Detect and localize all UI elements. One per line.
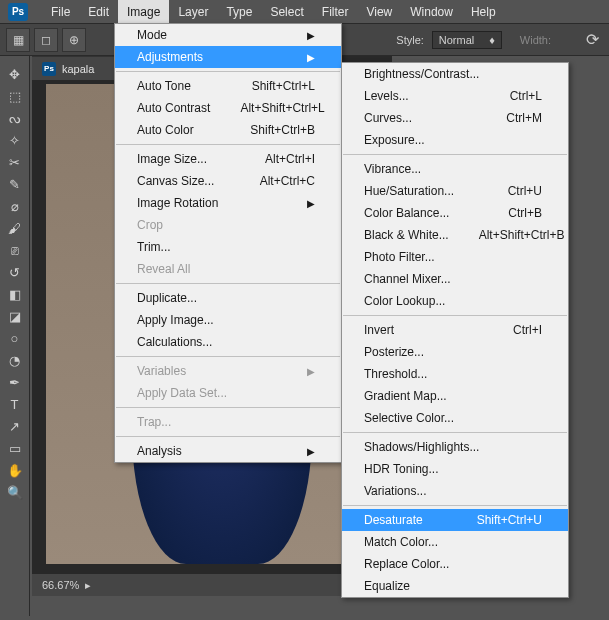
menu-item-shortcut: Alt+Shift+Ctrl+B [479,228,565,242]
adjustments-menu-color-balance[interactable]: Color Balance...Ctrl+B [342,202,568,224]
style-dropdown[interactable]: Normal ♦ [432,31,502,49]
file-type-icon: Ps [42,62,56,76]
move-tool-icon[interactable]: ✥ [4,64,26,84]
healing-tool-icon[interactable]: ⌀ [4,196,26,216]
pen-tool-icon[interactable]: ✒ [4,372,26,392]
menu-item-label: Exposure... [364,133,425,147]
adjustments-menu-posterize[interactable]: Posterize... [342,341,568,363]
menu-item-label: Auto Contrast [137,101,210,115]
adjustments-menu-desaturate[interactable]: DesaturateShift+Ctrl+U [342,509,568,531]
wand-tool-icon[interactable]: ✧ [4,130,26,150]
menu-window[interactable]: Window [401,0,462,24]
adjustments-menu-match-color[interactable]: Match Color... [342,531,568,553]
adjustments-menu-invert[interactable]: InvertCtrl+I [342,319,568,341]
menu-type[interactable]: Type [217,0,261,24]
image-menu-canvas-size[interactable]: Canvas Size...Alt+Ctrl+C [115,170,341,192]
adjustments-menu-levels[interactable]: Levels...Ctrl+L [342,85,568,107]
image-menu-apply-image[interactable]: Apply Image... [115,309,341,331]
image-menu-variables: Variables▶ [115,360,341,382]
adjustments-menu-black-white[interactable]: Black & White...Alt+Shift+Ctrl+B [342,224,568,246]
menu-item-label: Channel Mixer... [364,272,451,286]
menu-item-label: Photo Filter... [364,250,435,264]
menu-edit[interactable]: Edit [79,0,118,24]
adjustments-menu-hdr-toning[interactable]: HDR Toning... [342,458,568,480]
image-menu-duplicate[interactable]: Duplicate... [115,287,341,309]
adjustments-menu-gradient-map[interactable]: Gradient Map... [342,385,568,407]
dodge-tool-icon[interactable]: ◔ [4,350,26,370]
menu-view[interactable]: View [357,0,401,24]
image-menu-dropdown: Mode▶Adjustments▶Auto ToneShift+Ctrl+LAu… [114,23,342,463]
image-menu-image-size[interactable]: Image Size...Alt+Ctrl+I [115,148,341,170]
adjustments-menu-color-lookup[interactable]: Color Lookup... [342,290,568,312]
menu-item-label: Reveal All [137,262,190,276]
adjustments-menu-curves[interactable]: Curves...Ctrl+M [342,107,568,129]
chevron-right-icon[interactable]: ▸ [85,579,91,592]
image-menu-apply-data-set: Apply Data Set... [115,382,341,404]
menu-item-label: Auto Color [137,123,194,137]
lasso-tool-icon[interactable]: ᔓ [4,108,26,128]
history-brush-icon[interactable]: ↺ [4,262,26,282]
adjustments-menu-selective-color[interactable]: Selective Color... [342,407,568,429]
image-menu-calculations[interactable]: Calculations... [115,331,341,353]
menu-item-shortcut: Shift+Ctrl+L [252,79,315,93]
adjustments-menu-exposure[interactable]: Exposure... [342,129,568,151]
menu-help[interactable]: Help [462,0,505,24]
adjustments-menu-hue-saturation[interactable]: Hue/Saturation...Ctrl+U [342,180,568,202]
adjustments-menu-variations[interactable]: Variations... [342,480,568,502]
image-menu-mode[interactable]: Mode▶ [115,24,341,46]
image-menu-trap: Trap... [115,411,341,433]
menu-item-label: Brightness/Contrast... [364,67,479,81]
adjustments-menu-channel-mixer[interactable]: Channel Mixer... [342,268,568,290]
menu-item-label: Equalize [364,579,410,593]
eyedropper-tool-icon[interactable]: ✎ [4,174,26,194]
image-menu-reveal-all: Reveal All [115,258,341,280]
gradient-tool-icon[interactable]: ◪ [4,306,26,326]
adjustments-menu-replace-color[interactable]: Replace Color... [342,553,568,575]
path-tool-icon[interactable]: ↗ [4,416,26,436]
menu-item-label: Black & White... [364,228,449,242]
shape-tool-icon[interactable]: ▭ [4,438,26,458]
refresh-icon[interactable]: ⟳ [581,29,603,51]
submenu-arrow-icon: ▶ [307,52,315,63]
menu-item-label: Color Lookup... [364,294,445,308]
menu-layer[interactable]: Layer [169,0,217,24]
menu-file[interactable]: File [42,0,79,24]
blur-tool-icon[interactable]: ○ [4,328,26,348]
marquee-tool-icon[interactable]: ⬚ [4,86,26,106]
adjustments-menu-brightness-contrast[interactable]: Brightness/Contrast... [342,63,568,85]
stamp-tool-icon[interactable]: ⎚ [4,240,26,260]
image-menu-adjustments[interactable]: Adjustments▶ [115,46,341,68]
image-menu-auto-color[interactable]: Auto ColorShift+Ctrl+B [115,119,341,141]
image-menu-image-rotation[interactable]: Image Rotation▶ [115,192,341,214]
image-menu-auto-tone[interactable]: Auto ToneShift+Ctrl+L [115,75,341,97]
adjustments-menu-photo-filter[interactable]: Photo Filter... [342,246,568,268]
hand-tool-icon[interactable]: ✋ [4,460,26,480]
adjustments-menu-shadows-highlights[interactable]: Shadows/Highlights... [342,436,568,458]
image-menu-trim[interactable]: Trim... [115,236,341,258]
adjustments-menu-threshold[interactable]: Threshold... [342,363,568,385]
type-tool-icon[interactable]: T [4,394,26,414]
brush-tool-icon[interactable]: 🖌 [4,218,26,238]
tool-preset-icon[interactable]: ▦ [6,28,30,52]
menu-item-label: Levels... [364,89,409,103]
selection-mode-icon[interactable]: ◻ [34,28,58,52]
menu-image[interactable]: Image [118,0,169,24]
crop-tool-icon[interactable]: ✂ [4,152,26,172]
menu-item-label: Apply Data Set... [137,386,227,400]
adjustments-menu-vibrance[interactable]: Vibrance... [342,158,568,180]
image-menu-auto-contrast[interactable]: Auto ContrastAlt+Shift+Ctrl+L [115,97,341,119]
menu-item-label: Hue/Saturation... [364,184,454,198]
eraser-tool-icon[interactable]: ◧ [4,284,26,304]
menu-item-shortcut: Ctrl+I [513,323,542,337]
image-menu-analysis[interactable]: Analysis▶ [115,440,341,462]
menu-filter[interactable]: Filter [313,0,358,24]
menu-select[interactable]: Select [261,0,312,24]
adjustments-menu-equalize[interactable]: Equalize [342,575,568,597]
zoom-level[interactable]: 66.67% [42,579,79,591]
zoom-tool-icon[interactable]: 🔍 [4,482,26,502]
menu-item-label: Variables [137,364,186,378]
menu-item-shortcut: Ctrl+U [508,184,542,198]
menu-item-label: Canvas Size... [137,174,214,188]
menu-item-shortcut: Shift+Ctrl+B [250,123,315,137]
selection-add-icon[interactable]: ⊕ [62,28,86,52]
